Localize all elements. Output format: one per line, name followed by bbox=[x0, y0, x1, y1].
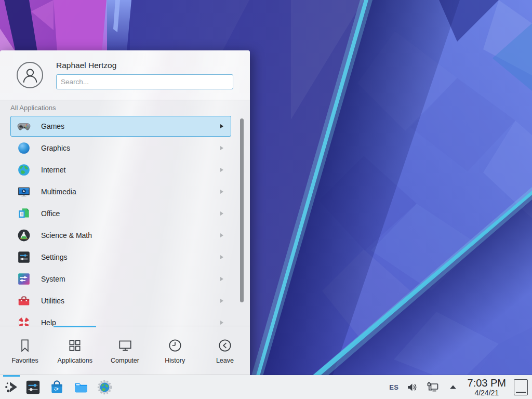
system-icon bbox=[17, 272, 31, 286]
clock-date: 4/24/21 bbox=[468, 389, 506, 396]
launcher-active-indicator bbox=[3, 375, 20, 377]
application-launcher-button[interactable] bbox=[0, 375, 23, 399]
list-scrollbar[interactable] bbox=[240, 118, 244, 302]
expand-tray-button[interactable] bbox=[446, 380, 460, 394]
expand-tray-caret-icon bbox=[448, 382, 458, 392]
menu-item-label: Settings bbox=[41, 253, 68, 261]
menu-item-label: System bbox=[41, 275, 65, 283]
applications-icon bbox=[67, 338, 83, 353]
menu-item-label: Games bbox=[41, 122, 64, 130]
computer-icon bbox=[117, 338, 133, 353]
menu-item-graphics[interactable]: Graphics bbox=[10, 138, 231, 158]
user-icon bbox=[20, 65, 41, 86]
show-desktop-button[interactable] bbox=[514, 379, 528, 395]
science-icon bbox=[17, 229, 31, 242]
menu-item-office[interactable]: Office bbox=[10, 203, 231, 224]
graphics-icon bbox=[17, 141, 31, 155]
menu-item-label: Science & Math bbox=[41, 231, 92, 240]
submenu-arrow-icon bbox=[220, 168, 223, 172]
discover-software-icon bbox=[49, 380, 64, 395]
discover-taskbar-button[interactable] bbox=[49, 379, 64, 395]
menu-item-games[interactable]: Games bbox=[10, 116, 231, 137]
launcher-tab-bar: Favorites Applications Computer History … bbox=[0, 326, 250, 375]
help-icon bbox=[17, 316, 31, 326]
tab-favorites[interactable]: Favorites bbox=[0, 326, 50, 375]
menu-item-label: Internet bbox=[41, 166, 65, 174]
menu-item-label: Multimedia bbox=[41, 188, 76, 196]
menu-item-internet[interactable]: Internet bbox=[10, 159, 231, 180]
utilities-icon bbox=[17, 294, 31, 308]
launcher-header: Raphael Hertzog bbox=[0, 50, 250, 100]
tab-applications[interactable]: Applications bbox=[50, 326, 100, 375]
tab-history[interactable]: History bbox=[150, 326, 200, 375]
wired-network-icon bbox=[426, 380, 440, 394]
volume-icon bbox=[406, 381, 419, 394]
user-avatar[interactable] bbox=[17, 62, 43, 88]
network-tray-button[interactable] bbox=[426, 380, 440, 394]
tab-leave[interactable]: Leave bbox=[200, 326, 250, 375]
menu-item-label: Help bbox=[41, 318, 56, 326]
leave-icon bbox=[217, 338, 233, 353]
system-settings-taskbar-button[interactable] bbox=[25, 379, 41, 395]
menu-item-help[interactable]: Help bbox=[10, 312, 231, 326]
section-label: All Applications bbox=[10, 104, 56, 112]
menu-item-label: Utilities bbox=[41, 297, 64, 305]
menu-item-settings[interactable]: Settings bbox=[10, 247, 231, 268]
menu-item-label: Office bbox=[41, 209, 60, 218]
menu-item-multimedia[interactable]: Multimedia bbox=[10, 181, 231, 202]
submenu-arrow-icon bbox=[220, 124, 223, 128]
menu-item-label: Graphics bbox=[41, 144, 70, 152]
system-settings-icon bbox=[25, 380, 41, 395]
office-icon bbox=[17, 207, 31, 220]
web-browser-globe-icon bbox=[97, 380, 112, 395]
submenu-arrow-icon bbox=[220, 146, 223, 150]
web-browser-taskbar-button[interactable] bbox=[97, 379, 112, 395]
digital-clock[interactable]: 7:03 PM 4/24/21 bbox=[468, 378, 506, 396]
submenu-arrow-icon bbox=[220, 299, 223, 303]
submenu-arrow-icon bbox=[220, 190, 223, 194]
multimedia-icon bbox=[17, 185, 31, 198]
user-name: Raphael Hertzog bbox=[56, 61, 116, 70]
history-icon bbox=[167, 338, 183, 353]
folder-icon bbox=[73, 380, 88, 395]
submenu-arrow-icon bbox=[220, 321, 223, 325]
taskbar-panel: ES 7:03 bbox=[0, 375, 532, 399]
submenu-arrow-icon bbox=[220, 211, 223, 216]
volume-tray-button[interactable] bbox=[406, 380, 419, 394]
file-manager-taskbar-button[interactable] bbox=[73, 379, 88, 395]
menu-item-system[interactable]: System bbox=[10, 269, 231, 289]
search-input[interactable] bbox=[56, 74, 233, 89]
submenu-arrow-icon bbox=[220, 233, 223, 237]
settings-icon bbox=[17, 250, 31, 264]
internet-icon bbox=[17, 163, 31, 177]
menu-item-utilities[interactable]: Utilities bbox=[10, 290, 231, 311]
submenu-arrow-icon bbox=[220, 255, 223, 259]
submenu-arrow-icon bbox=[220, 277, 223, 281]
tab-computer[interactable]: Computer bbox=[100, 326, 150, 375]
application-launcher-menu: Raphael Hertzog All Applications Games bbox=[0, 50, 250, 375]
applications-list: Games Graphics bbox=[0, 113, 250, 326]
keyboard-layout-indicator[interactable]: ES bbox=[389, 383, 398, 391]
games-icon bbox=[17, 119, 31, 133]
application-launcher-icon bbox=[4, 379, 19, 395]
clock-time: 7:03 PM bbox=[468, 378, 506, 388]
favorites-icon bbox=[17, 338, 33, 353]
menu-item-science[interactable]: Science & Math bbox=[10, 225, 231, 246]
